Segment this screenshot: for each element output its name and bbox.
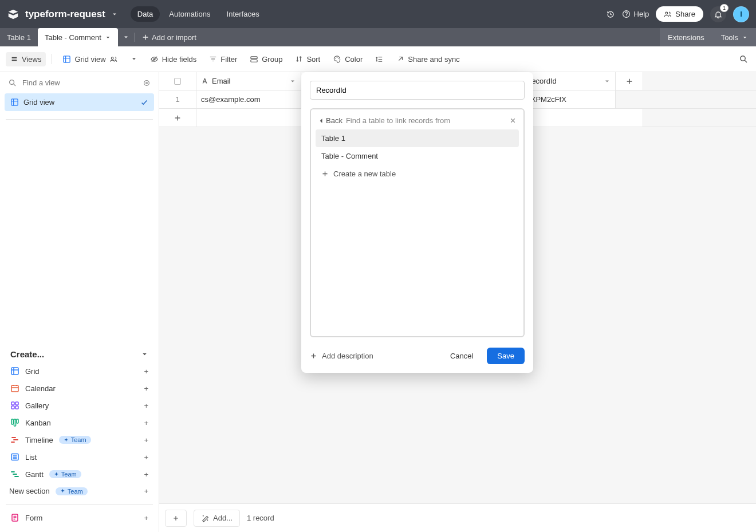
sort-button[interactable]: Sort xyxy=(290,52,325,66)
create-grid-view[interactable]: Grid + xyxy=(6,362,153,380)
create-label: Create... xyxy=(10,349,44,359)
field-name-input[interactable] xyxy=(310,81,525,100)
find-view-search[interactable] xyxy=(0,72,159,93)
share-sync-button[interactable]: Share and sync xyxy=(392,52,464,66)
chevron-down-icon[interactable] xyxy=(289,78,296,85)
create-form-view[interactable]: Form + xyxy=(6,509,153,526)
help-button[interactable]: Help xyxy=(622,10,649,18)
color-button[interactable]: Color xyxy=(328,52,367,66)
cell-email[interactable]: cs@example.com xyxy=(196,90,301,108)
create-kanban-view[interactable]: Kanban + xyxy=(6,414,153,431)
group-button[interactable]: Group xyxy=(245,52,287,66)
grid-icon xyxy=(10,367,19,376)
create-row-label: Gantt xyxy=(25,470,44,479)
history-button[interactable] xyxy=(606,10,615,19)
settings-icon[interactable] xyxy=(143,79,151,87)
create-list-view[interactable]: List + xyxy=(6,448,153,466)
account-avatar[interactable]: I xyxy=(733,6,749,22)
create-timeline-view[interactable]: Timeline Team + xyxy=(6,431,153,448)
notifications-button[interactable]: 1 xyxy=(710,6,726,22)
view-menu-caret[interactable] xyxy=(126,53,142,65)
views-label: Views xyxy=(22,55,41,64)
create-row-label: Kanban xyxy=(25,419,51,427)
search-icon xyxy=(739,54,748,64)
select-all-header[interactable] xyxy=(159,72,196,90)
row-height-button[interactable] xyxy=(371,52,388,66)
svg-rect-23 xyxy=(17,419,18,423)
plus-icon xyxy=(321,170,329,178)
grid-area: Email Comment Date RecordId xyxy=(159,72,756,532)
grid-footer: Add... 1 record xyxy=(159,503,756,532)
filter-button[interactable]: Filter xyxy=(204,52,242,66)
share-icon xyxy=(396,55,404,63)
footer-add-menu[interactable]: Add... xyxy=(194,510,240,527)
link-table-search-placeholder[interactable]: Find a table to link records from xyxy=(346,116,506,125)
extensions-button[interactable]: Extensions xyxy=(660,28,712,46)
table-tab-1-label: Table 1 xyxy=(7,33,31,42)
tools-button[interactable]: Tools xyxy=(713,28,756,46)
footer-add-record[interactable] xyxy=(165,510,187,527)
search-icon xyxy=(8,78,17,87)
svg-rect-3 xyxy=(64,56,70,62)
column-header-label: Email xyxy=(212,77,231,85)
save-button[interactable]: Save xyxy=(487,348,525,364)
link-table-option-table-comment[interactable]: Table - Comment xyxy=(316,147,519,165)
views-toggle[interactable]: Views xyxy=(6,52,46,66)
find-view-input[interactable] xyxy=(21,78,138,88)
airtable-logo-icon xyxy=(7,8,19,21)
nav-interfaces[interactable]: Interfaces xyxy=(220,6,266,22)
table-tabs-menu[interactable] xyxy=(118,28,134,46)
plus-icon xyxy=(172,514,179,522)
chevron-down-icon xyxy=(141,350,148,358)
column-header-email[interactable]: Email xyxy=(196,72,301,90)
create-gantt-view[interactable]: Gantt Team + xyxy=(6,466,153,483)
svg-point-9 xyxy=(338,57,340,58)
search-records-button[interactable] xyxy=(737,52,750,66)
base-switcher[interactable]: typeform-request xyxy=(7,8,118,21)
create-calendar-view[interactable]: Calendar + xyxy=(6,380,153,397)
svg-rect-5 xyxy=(251,56,257,58)
add-field-button[interactable] xyxy=(616,72,643,90)
cancel-button[interactable]: Cancel xyxy=(442,348,481,364)
link-table-panel: Back Find a table to link records from T… xyxy=(310,108,525,337)
avatar-initial: I xyxy=(740,10,742,18)
chevron-down-icon xyxy=(123,34,129,41)
current-view-switcher[interactable]: Grid view xyxy=(58,52,122,66)
people-icon xyxy=(664,10,672,18)
nav-data[interactable]: Data xyxy=(131,6,160,22)
top-nav: Data Automations Interfaces xyxy=(131,6,266,22)
sparkle-icon xyxy=(64,438,69,443)
create-new-section[interactable]: New section Team + xyxy=(6,483,153,499)
close-button[interactable] xyxy=(509,117,517,124)
current-view-label: Grid view xyxy=(74,55,105,64)
create-gallery-view[interactable]: Gallery + xyxy=(6,397,153,414)
nav-automations[interactable]: Automations xyxy=(162,6,217,22)
add-or-import-table[interactable]: Add or import xyxy=(135,28,203,46)
check-icon xyxy=(140,98,148,107)
table-tab-2[interactable]: Table - Comment xyxy=(38,28,118,46)
share-button[interactable]: Share xyxy=(656,6,703,22)
field-config-popover: Back Find a table to link records from T… xyxy=(301,72,533,373)
svg-point-13 xyxy=(146,82,148,84)
share-label: Share xyxy=(675,10,695,18)
back-label: Back xyxy=(326,116,342,125)
svg-rect-15 xyxy=(11,368,18,375)
create-new-table-option[interactable]: Create a new table xyxy=(316,165,519,183)
team-badge: Team xyxy=(59,436,91,444)
hide-fields-button[interactable]: Hide fields xyxy=(145,52,202,66)
create-view-header[interactable]: Create... xyxy=(0,341,159,362)
chevron-down-icon xyxy=(742,34,748,41)
view-item-grid-view[interactable]: Grid view xyxy=(5,93,154,111)
hide-fields-label: Hide fields xyxy=(162,55,197,64)
back-button[interactable]: Back xyxy=(318,116,342,125)
calendar-icon xyxy=(10,384,19,393)
chevron-down-icon[interactable] xyxy=(604,78,611,85)
plus-icon xyxy=(310,352,317,360)
link-table-option-table-1[interactable]: Table 1 xyxy=(316,129,519,147)
table-tab-1[interactable]: Table 1 xyxy=(0,28,38,46)
svg-rect-19 xyxy=(11,406,14,409)
list-icon xyxy=(10,452,19,462)
add-description-button[interactable]: Add description xyxy=(310,352,373,360)
form-icon xyxy=(10,513,19,522)
create-row-label: Gallery xyxy=(25,401,49,410)
